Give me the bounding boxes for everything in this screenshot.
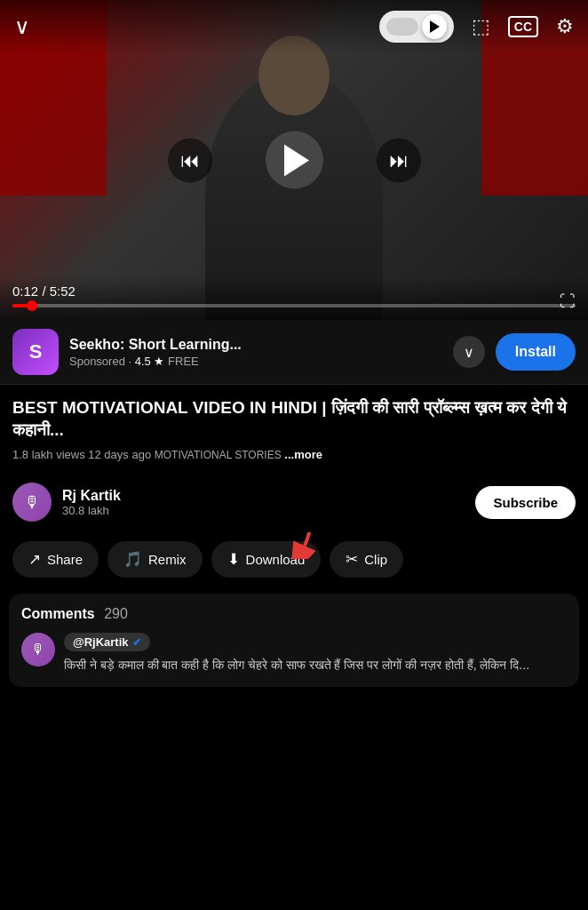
ad-sponsored-label: Sponsored (69, 355, 125, 368)
progress-bar[interactable] (12, 304, 576, 307)
channel-subscribers: 30.8 lakh (62, 504, 121, 517)
view-count: 1.8 lakh views (12, 448, 85, 461)
current-time: 0:12 (12, 283, 38, 299)
more-link[interactable]: ...more (284, 448, 322, 461)
comments-count: 290 (104, 606, 128, 621)
play-triangle-icon (430, 20, 440, 33)
ad-meta: Sponsored · 4.5 ★ FREE (69, 355, 442, 368)
cast-icon[interactable]: ⬚ (472, 15, 490, 38)
ad-expand-button[interactable]: ∨ (453, 336, 485, 368)
skip-back-icon: ⏮ (180, 148, 200, 172)
video-title: BEST MOTIVATIONAL VIDEO IN HINDI | ज़िंद… (12, 397, 576, 441)
channel-details: Rj Kartik 30.8 lakh (62, 488, 121, 517)
comments-section: Comments 290 🎙 @RjKartik ✔ किसी ने बड़े … (9, 594, 579, 687)
download-button[interactable]: ⬇ Download (211, 541, 322, 578)
download-button-wrapper: ⬇ Download (211, 541, 322, 578)
toggle-circle (422, 14, 447, 39)
player-top-bar: ∨ ⬚ CC ⚙ (0, 0, 588, 53)
comments-title: Comments (21, 606, 95, 621)
video-stats: 1.8 lakh views 12 days ago MOTIVATIONAL … (12, 448, 576, 461)
progress-dot (27, 300, 37, 311)
ad-price: FREE (168, 355, 199, 368)
remix-icon: 🎵 (123, 550, 142, 569)
channel-name: Rj Kartik (62, 488, 121, 504)
ad-rating-star: ★ (154, 355, 164, 368)
channel-avatar[interactable]: 🎙 (12, 483, 52, 522)
player-center-controls: ⏮ ⏭ (0, 132, 588, 189)
play-toggle[interactable] (379, 11, 454, 43)
comment-row: 🎙 @RjKartik ✔ किसी ने बड़े कमाल की बात क… (21, 633, 567, 675)
time-separator: / (42, 283, 49, 299)
ad-banner: S Seekho: Short Learning... Sponsored · … (0, 320, 588, 385)
video-category: MOTIVATIONAL STORIES (155, 449, 282, 461)
skip-forward-button[interactable]: ⏭ (377, 138, 421, 182)
verified-icon: ✔ (132, 636, 141, 649)
ad-rating: 4.5 ★ (135, 355, 168, 368)
chevron-down-icon[interactable]: ∨ (14, 14, 30, 39)
skip-forward-icon: ⏭ (389, 148, 409, 172)
share-icon: ↗ (28, 550, 41, 569)
ad-logo: S (12, 329, 59, 375)
share-button[interactable]: ↗ Share (12, 541, 99, 578)
player-bottom-bar: 0:12 / 5:52 ⛶ (0, 276, 588, 320)
clip-label: Clip (364, 552, 387, 567)
fullscreen-button[interactable]: ⛶ (560, 292, 576, 311)
total-time: 5:52 (50, 283, 75, 299)
video-player[interactable]: ∨ ⬚ CC ⚙ ⏮ ⏭ 0:12 / (0, 0, 588, 320)
subscribe-button[interactable]: Subscribe (475, 486, 576, 519)
install-button[interactable]: Install (496, 333, 576, 371)
remix-button[interactable]: 🎵 Remix (107, 541, 203, 578)
download-icon: ⬇ (227, 550, 240, 569)
ad-dot: · (129, 355, 135, 368)
clip-icon: ✂ (346, 550, 358, 569)
ad-title: Seekho: Short Learning... (69, 337, 442, 353)
comment-body: @RjKartik ✔ किसी ने बड़े कमाल की बात कही… (64, 633, 567, 675)
action-row: ↗ Share 🎵 Remix ⬇ Download ✂ Clip (0, 532, 588, 587)
toggle-track (386, 18, 418, 36)
skip-back-button[interactable]: ⏮ (168, 138, 212, 182)
video-info: BEST MOTIVATIONAL VIDEO IN HINDI | ज़िंद… (0, 385, 588, 472)
play-icon (284, 144, 309, 176)
gear-icon[interactable]: ⚙ (556, 15, 574, 38)
download-label: Download (246, 552, 306, 567)
comment-author-name: @RjKartik (73, 635, 129, 649)
upload-date: 12 days ago (88, 448, 151, 461)
comment-avatar: 🎙 (21, 633, 55, 667)
cc-button[interactable]: CC (508, 16, 538, 37)
share-label: Share (47, 552, 83, 567)
play-pause-button[interactable] (266, 132, 323, 189)
channel-row: 🎙 Rj Kartik 30.8 lakh Subscribe (0, 472, 588, 532)
time-display: 0:12 / 5:52 (12, 283, 576, 299)
ad-info: Seekho: Short Learning... Sponsored · 4.… (69, 337, 442, 368)
clip-button[interactable]: ✂ Clip (330, 541, 403, 578)
comment-text: किसी ने बड़े कमाल की बात कही है कि लोग च… (64, 656, 567, 675)
ad-rating-value: 4.5 (135, 355, 151, 368)
remix-label: Remix (148, 552, 187, 567)
comment-author[interactable]: @RjKartik ✔ (64, 633, 150, 651)
comments-header: Comments 290 (21, 606, 567, 622)
